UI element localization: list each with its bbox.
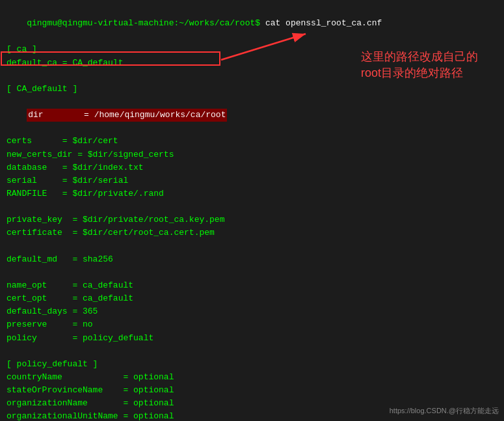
watermark: https://blog.CSDN.@行稳方能走远 <box>390 406 499 416</box>
dir-highlighted: dir = /home/qingmu/works/ca/root <box>27 109 227 122</box>
line-preserve: preserve = no <box>7 318 497 331</box>
line-empty-2 <box>7 200 497 213</box>
prompt-line: qingmu@qingmu-virtual-machine:~/works/ca… <box>7 4 497 43</box>
line-private-key: private_key = $dir/private/root_ca.key.p… <box>7 213 497 226</box>
line-default-days: default_days = 365 <box>7 305 497 318</box>
line-empty-5 <box>7 345 497 358</box>
line-empty-4 <box>7 266 497 279</box>
line-policy: policy = policy_defualt <box>7 332 497 345</box>
line-certificate: certificate = $dir/cert/root_ca.cert.pem <box>7 226 497 239</box>
line-cert-opt: cert_opt = ca_default <box>7 292 497 305</box>
line-new-certs-dir: new_certs_dir = $dir/signed_certs <box>7 148 497 161</box>
arrow-graphic <box>221 53 384 105</box>
line-certs: certs = $dir/cert <box>7 135 497 148</box>
line-serial: serial = $dir/serial <box>7 174 497 187</box>
line-state-name: stateOrProvinceName = optional <box>7 384 497 397</box>
line-country-name: countryName = optional <box>7 371 497 384</box>
line-empty-3 <box>7 240 497 253</box>
terminal-prompt: qingmu@qingmu-virtual-machine:~/works/ca… <box>27 18 265 28</box>
line-name-opt: name_opt = ca_default <box>7 279 497 292</box>
terminal-command: cat openssl_root_ca.cnf <box>265 18 382 28</box>
line-randfile: RANDFILE = $dir/private/.rand <box>7 187 497 200</box>
line-default-md: default_md = sha256 <box>7 253 497 266</box>
line-database: database = $dir/index.txt <box>7 161 497 174</box>
line-policy-section: [ policy_defualt ] <box>7 358 497 371</box>
terminal-window: qingmu@qingmu-virtual-machine:~/works/ca… <box>0 0 504 421</box>
